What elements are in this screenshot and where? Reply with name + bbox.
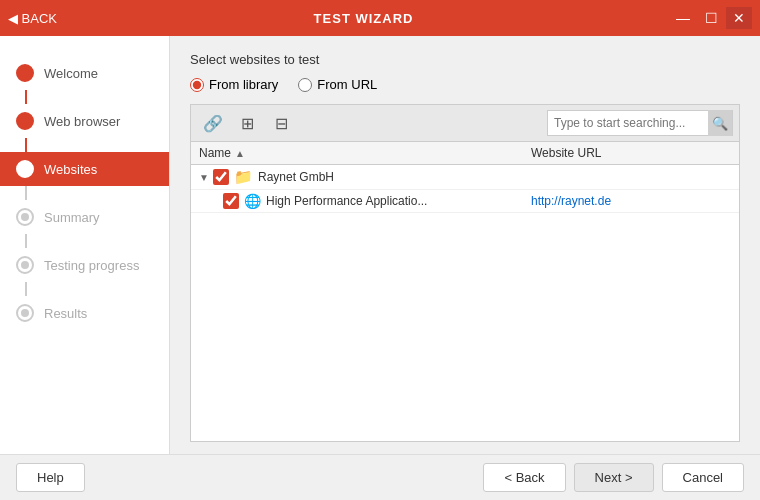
table-header: Name ▲ Website URL (191, 142, 739, 165)
search-box: 🔍 (547, 110, 733, 136)
search-button[interactable]: 🔍 (708, 110, 732, 136)
step-indicator-websites (16, 160, 34, 178)
step-dot-results (21, 309, 29, 317)
sidebar-item-websites[interactable]: Websites (0, 152, 169, 186)
next-button[interactable]: Next > (574, 463, 654, 492)
window-title: TEST WIZARD (57, 11, 670, 26)
radio-group: From library From URL (190, 77, 740, 92)
row-url-hpa: http://raynet.de (531, 194, 731, 208)
title-bar: ◀ BACK TEST WIZARD — ☐ ✕ (0, 0, 760, 36)
step-indicator-summary (16, 208, 34, 226)
back-label: ◀ BACK (8, 11, 57, 26)
connector-1 (25, 90, 27, 104)
remove-tool-button[interactable]: ⊟ (265, 109, 297, 137)
radio-from-library[interactable]: From library (190, 77, 278, 92)
link-tool-button[interactable]: 🔗 (197, 109, 229, 137)
content-area: Select websites to test From library Fro… (170, 36, 760, 454)
checkbox-hpa[interactable] (223, 193, 239, 209)
sidebar-item-results[interactable]: Results (0, 296, 169, 330)
cancel-button[interactable]: Cancel (662, 463, 744, 492)
window-controls: — ☐ ✕ (670, 7, 752, 29)
footer-right: < Back Next > Cancel (483, 463, 744, 492)
step-dot-webbrowser (21, 117, 29, 125)
step-indicator-results (16, 304, 34, 322)
col-name-header: Name ▲ (199, 146, 531, 160)
sidebar-item-summary[interactable]: Summary (0, 200, 169, 234)
radio-from-url[interactable]: From URL (298, 77, 377, 92)
sidebar-label-summary: Summary (44, 210, 100, 225)
toolbar: 🔗 ⊞ ⊟ 🔍 (190, 104, 740, 141)
remove-icon: ⊟ (275, 114, 288, 133)
col-url-header: Website URL (531, 146, 731, 160)
step-dot-summary (21, 213, 29, 221)
radio-from-library-label: From library (209, 77, 278, 92)
row-name-raynet: Raynet GmbH (258, 170, 531, 184)
globe-icon: 🌐 (244, 193, 261, 209)
search-input[interactable] (548, 114, 708, 132)
step-indicator-webbrowser (16, 112, 34, 130)
col-url-label: Website URL (531, 146, 601, 160)
minimize-button[interactable]: — (670, 7, 696, 29)
radio-from-library-input[interactable] (190, 78, 204, 92)
sidebar-label-webbrowser: Web browser (44, 114, 120, 129)
main-area: Welcome Web browser Websites Summary (0, 36, 760, 454)
row-name-hpa: High Performance Applicatio... (266, 194, 531, 208)
footer-left: Help (16, 463, 85, 492)
sidebar-item-webbrowser[interactable]: Web browser (0, 104, 169, 138)
close-button[interactable]: ✕ (726, 7, 752, 29)
step-indicator-testing (16, 256, 34, 274)
help-button[interactable]: Help (16, 463, 85, 492)
step-dot-websites (21, 165, 29, 173)
radio-from-url-label: From URL (317, 77, 377, 92)
back-button[interactable]: ◀ BACK (8, 11, 57, 26)
sort-arrow-icon: ▲ (235, 148, 245, 159)
connector-5 (25, 282, 27, 296)
sidebar-label-welcome: Welcome (44, 66, 98, 81)
link-icon: 🔗 (203, 114, 223, 133)
step-indicator-welcome (16, 64, 34, 82)
step-dot-testing (21, 261, 29, 269)
back-button[interactable]: < Back (483, 463, 565, 492)
connector-4 (25, 234, 27, 248)
section-title: Select websites to test (190, 52, 740, 67)
folder-icon: 📁 (234, 168, 253, 186)
sidebar: Welcome Web browser Websites Summary (0, 36, 170, 454)
sidebar-item-welcome[interactable]: Welcome (0, 56, 169, 90)
step-dot-welcome (21, 69, 29, 77)
table-row-folder[interactable]: ▼ 📁 Raynet GmbH (191, 165, 739, 190)
col-name-label: Name (199, 146, 231, 160)
connector-2 (25, 138, 27, 152)
grid-icon: ⊞ (241, 114, 254, 133)
sidebar-label-testing: Testing progress (44, 258, 139, 273)
file-table: Name ▲ Website URL ▼ 📁 Raynet GmbH 🌐 Hig (190, 141, 740, 442)
grid-tool-button[interactable]: ⊞ (231, 109, 263, 137)
sidebar-label-websites: Websites (44, 162, 97, 177)
maximize-button[interactable]: ☐ (698, 7, 724, 29)
expand-icon[interactable]: ▼ (199, 172, 213, 183)
table-row-website[interactable]: 🌐 High Performance Applicatio... http://… (191, 190, 739, 213)
search-icon: 🔍 (712, 116, 728, 131)
footer: Help < Back Next > Cancel (0, 454, 760, 500)
radio-from-url-input[interactable] (298, 78, 312, 92)
sidebar-item-testing-progress[interactable]: Testing progress (0, 248, 169, 282)
sidebar-label-results: Results (44, 306, 87, 321)
checkbox-raynet[interactable] (213, 169, 229, 185)
connector-3 (25, 186, 27, 200)
